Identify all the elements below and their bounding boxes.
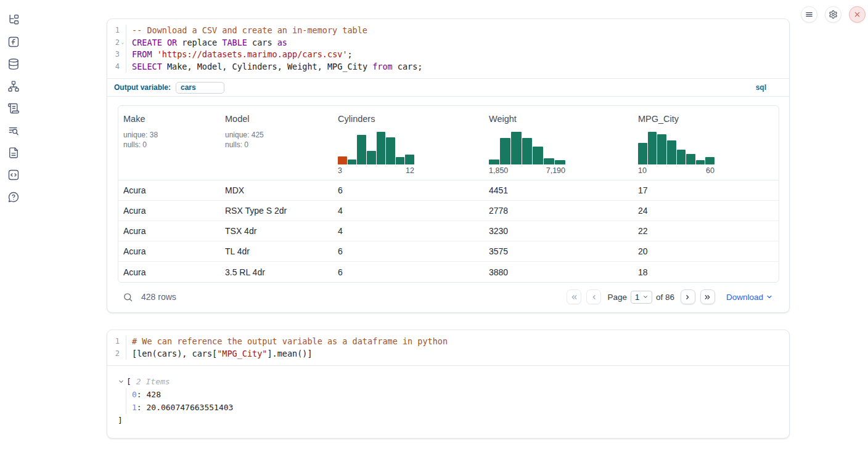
entry-separator: : (137, 390, 147, 399)
code-text: [len(cars), cars["MPG_City"].mean()] (126, 348, 313, 360)
function-square-icon (7, 36, 20, 48)
first-page-button[interactable] (567, 289, 581, 304)
settings-button[interactable] (825, 6, 841, 23)
python-cell-output: [ 2 Items 0: 428 1: 20.060747663551403 ] (107, 365, 789, 438)
database-icon (7, 58, 20, 70)
code-token: Make, Model, Cylinders, Weight, MPG_City (162, 62, 372, 71)
fold-icon[interactable]: ⌄ (120, 40, 126, 45)
tree-entries: 0: 428 1: 20.060747663551403 (126, 388, 779, 414)
tree-entry: 1: 20.060747663551403 (132, 401, 779, 414)
code-token: SELECT (132, 62, 162, 71)
histogram-bar (377, 132, 386, 164)
histogram-bar (522, 138, 533, 164)
column-header-weight[interactable]: Weight 1,850 7,190 (484, 106, 633, 180)
code-token: CREATE OR (132, 38, 177, 47)
sidebar-item-datasources[interactable] (7, 58, 20, 70)
download-button[interactable]: Download (726, 293, 773, 302)
sidebar-item-dependencies[interactable] (7, 80, 20, 92)
code-text: CREATE OR replace TABLE cars as (126, 37, 287, 49)
menu-icon (805, 10, 814, 19)
line-number: 3 (107, 49, 126, 61)
collapse-icon[interactable] (118, 378, 125, 385)
topbar-actions (801, 6, 866, 23)
sidebar-item-scratchpad[interactable] (7, 102, 20, 115)
column-header-mpg-city[interactable]: MPG_City 10 60 (633, 106, 779, 180)
table-cell: 6 (333, 185, 484, 195)
sidebar-item-snippets[interactable] (7, 169, 20, 181)
shutdown-button[interactable] (849, 6, 866, 23)
table-cell: 22 (633, 226, 779, 236)
notebook: 1-- Download a CSV and create an in-memo… (107, 18, 790, 439)
sidebar-item-file-explorer[interactable] (7, 14, 20, 26)
sql-cell-output: Make unique: 38 nulls: 0 Model unique: 4… (107, 96, 789, 312)
histogram-bar (405, 155, 414, 164)
column-header-make[interactable]: Make unique: 38 nulls: 0 (118, 106, 220, 180)
column-stat-nulls: nulls: 0 (123, 140, 215, 150)
column-header-cylinders[interactable]: Cylinders 3 12 (333, 106, 484, 180)
code-token: from (372, 62, 393, 71)
table-cell: 24 (633, 206, 779, 216)
last-page-button[interactable] (700, 289, 715, 304)
search-icon[interactable] (123, 292, 133, 302)
table-cell: Acura (118, 185, 220, 195)
chevron-right-icon (684, 293, 692, 301)
code-token: ; (348, 49, 353, 59)
histogram-bar (638, 143, 647, 164)
python-editor[interactable]: 1# We can reference the output variable … (107, 330, 789, 365)
previous-page-button[interactable] (586, 289, 601, 304)
table-cell: Acura (118, 206, 220, 216)
table-cell: 2778 (484, 206, 633, 216)
download-label: Download (726, 293, 763, 302)
pagination: Page 1 of 86 Download (567, 289, 773, 304)
sidebar-item-help[interactable] (7, 191, 20, 203)
table-cell: Acura (118, 267, 220, 277)
table-row[interactable]: AcuraTSX 4dr4323022 (118, 221, 779, 241)
histogram-bar (555, 160, 565, 164)
chevrons-right-icon (703, 293, 711, 301)
code-text: -- Download a CSV and create an in-memor… (126, 25, 367, 37)
code-line: 4SELECT Make, Model, Cylinders, Weight, … (107, 61, 789, 73)
cylinders-histogram[interactable] (338, 130, 414, 164)
entry-separator: : (137, 403, 147, 412)
table-cell: 6 (333, 246, 484, 256)
code-token (152, 49, 157, 59)
gear-icon (829, 10, 838, 19)
table-row[interactable]: AcuraRSX Type S 2dr4277824 (118, 201, 779, 221)
table-cell: 20 (633, 246, 779, 256)
sidebar-item-logs[interactable] (7, 124, 20, 137)
table-cell: 18 (633, 267, 779, 277)
table-cell: 3230 (484, 226, 633, 236)
next-page-button[interactable] (681, 289, 695, 304)
code-line: 1# We can reference the output variable … (107, 336, 789, 348)
code-text: FROM 'https://datasets.marimo.app/cars.c… (126, 49, 353, 61)
table-header: Make unique: 38 nulls: 0 Model unique: 4… (118, 106, 779, 180)
histogram-bar (544, 158, 554, 164)
table-row[interactable]: Acura3.5 RL 4dr6388018 (118, 262, 779, 282)
table-cell: RSX Type S 2dr (220, 206, 333, 216)
page-select[interactable]: 1 (631, 291, 652, 304)
weight-histogram[interactable] (489, 130, 565, 164)
mpg-city-histogram[interactable] (638, 130, 714, 164)
histogram-bar (489, 160, 499, 164)
table-row[interactable]: AcuraTL 4dr6357520 (118, 241, 779, 262)
hist-max-label: 12 (406, 166, 414, 175)
chevron-down-icon (642, 294, 649, 300)
menu-button[interactable] (801, 6, 817, 23)
sql-editor[interactable]: 1-- Download a CSV and create an in-memo… (107, 19, 789, 78)
list-search-icon (7, 124, 20, 137)
column-header-model[interactable]: Model unique: 425 nulls: 0 (220, 106, 333, 180)
sidebar-item-functions[interactable] (7, 36, 20, 48)
code-line: 2⌄CREATE OR replace TABLE cars as (107, 37, 789, 49)
chevrons-left-icon (570, 293, 578, 301)
histogram-bar (511, 132, 522, 164)
table-body: AcuraMDX6445117AcuraRSX Type S 2dr427782… (118, 180, 779, 282)
code-token: FROM (132, 49, 152, 59)
sidebar-item-documentation[interactable] (7, 147, 20, 159)
table-row[interactable]: AcuraMDX6445117 (118, 180, 779, 201)
code-token: TABLE (222, 38, 247, 47)
output-variable-input[interactable] (176, 82, 224, 94)
data-table: Make unique: 38 nulls: 0 Model unique: 4… (118, 105, 779, 283)
output-variable-row: Output variable: sql (107, 78, 789, 96)
language-badge: sql (756, 83, 766, 92)
line-number: 1 (107, 25, 126, 37)
